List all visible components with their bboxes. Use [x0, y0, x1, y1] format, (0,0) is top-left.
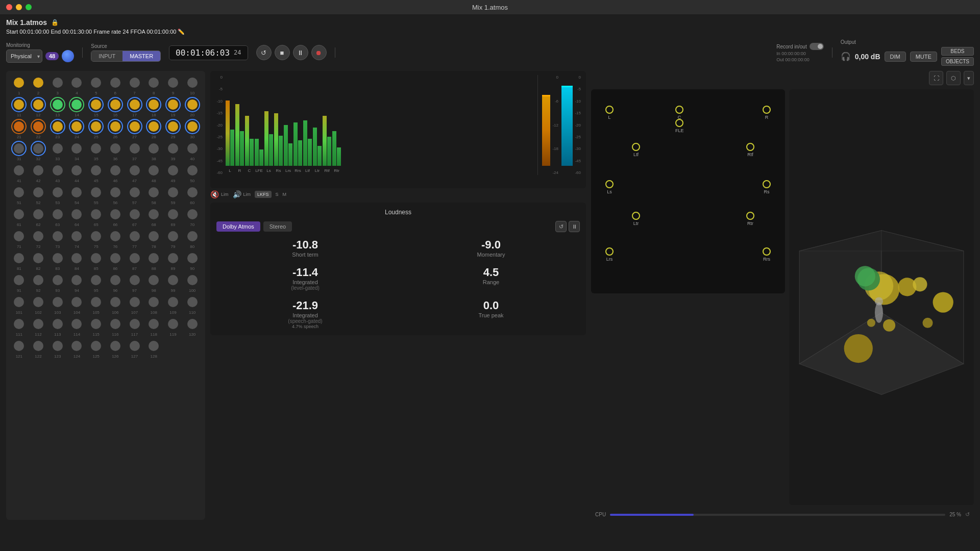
obj-dot-43[interactable] [50, 163, 65, 178]
obj-dot-35[interactable] [88, 141, 104, 156]
obj-dot-68[interactable] [146, 207, 161, 222]
obj-dot-124[interactable] [69, 338, 84, 354]
obj-dot-99[interactable] [165, 272, 181, 288]
obj-dot-49[interactable] [165, 163, 181, 178]
lim-button-2[interactable]: 🔊 Lim [233, 190, 251, 198]
pan-point-L[interactable]: L [605, 106, 614, 120]
obj-dot-20[interactable] [185, 97, 200, 112]
obj-dot-69[interactable] [165, 207, 181, 222]
dropdown-arrow-icon[interactable]: ▾ [964, 71, 974, 85]
objects-button[interactable]: OBJECTS [941, 57, 974, 66]
obj-dot-24[interactable] [69, 119, 84, 134]
obj-dot-112[interactable] [31, 316, 46, 332]
obj-dot-23[interactable] [50, 119, 65, 134]
pan-point-Ltf[interactable]: Ltf [632, 143, 640, 157]
m-button[interactable]: M [283, 192, 287, 197]
obj-dot-54[interactable] [69, 185, 84, 200]
obj-dot-78[interactable] [146, 229, 161, 244]
obj-dot-85[interactable] [88, 251, 104, 266]
obj-dot-79[interactable] [165, 229, 181, 244]
stop-button[interactable]: ■ [275, 45, 290, 60]
pan-point-Ls[interactable]: Ls [605, 180, 614, 194]
obj-dot-64[interactable] [69, 207, 84, 222]
obj-dot-18[interactable] [146, 97, 161, 112]
obj-dot-25[interactable] [88, 119, 104, 134]
obj-dot-97[interactable] [127, 272, 142, 288]
obj-dot-51[interactable] [11, 185, 27, 200]
obj-dot-66[interactable] [108, 207, 123, 222]
obj-dot-98[interactable] [146, 272, 161, 288]
obj-dot-118[interactable] [146, 316, 161, 332]
obj-dot-50[interactable] [185, 163, 200, 178]
pan-point-Rtr[interactable]: Rtr [746, 212, 754, 226]
obj-dot-6[interactable] [108, 75, 123, 90]
obj-dot-107[interactable] [127, 294, 142, 310]
obj-dot-55[interactable] [88, 185, 104, 200]
obj-dot-76[interactable] [108, 229, 123, 244]
obj-dot-60[interactable] [185, 185, 200, 200]
obj-dot-7[interactable] [127, 75, 142, 90]
monitoring-dropdown[interactable]: Physical [6, 49, 42, 63]
monitoring-circle-button[interactable] [62, 50, 74, 62]
view-mode-icon[interactable]: ⬡ [946, 71, 961, 85]
lim-button-1[interactable]: 🔇 Lim [210, 190, 229, 198]
obj-dot-4[interactable] [69, 75, 84, 90]
mute-button[interactable]: MUTE [910, 52, 937, 62]
obj-dot-32[interactable] [31, 141, 46, 156]
obj-dot-95[interactable] [88, 272, 104, 288]
obj-dot-121[interactable] [11, 338, 27, 354]
maximize-button[interactable] [26, 4, 32, 10]
obj-dot-128[interactable] [146, 338, 161, 354]
loudness-pause-icon[interactable]: ⏸ [569, 221, 580, 232]
obj-dot-36[interactable] [108, 141, 123, 156]
obj-dot-102[interactable] [31, 294, 46, 310]
stereo-tab[interactable]: Stereo [263, 221, 292, 232]
obj-dot-72[interactable] [31, 229, 46, 244]
close-button[interactable] [6, 4, 12, 10]
obj-dot-8[interactable] [146, 75, 161, 90]
obj-dot-126[interactable] [108, 338, 123, 354]
loudness-refresh-icon[interactable]: ↺ [555, 221, 567, 232]
obj-dot-12[interactable] [31, 97, 46, 112]
obj-dot-82[interactable] [31, 251, 46, 266]
beds-button[interactable]: BEDS [941, 47, 974, 56]
obj-dot-113[interactable] [50, 316, 65, 332]
obj-dot-41[interactable] [11, 163, 27, 178]
obj-dot-93[interactable] [50, 272, 65, 288]
obj-dot-10[interactable] [185, 75, 200, 90]
obj-dot-109[interactable] [165, 294, 181, 310]
pan-point-Ltr[interactable]: Ltr [632, 212, 640, 226]
obj-dot-53[interactable] [50, 185, 65, 200]
obj-dot-15[interactable] [88, 97, 104, 112]
obj-dot-61[interactable] [11, 207, 27, 222]
obj-dot-42[interactable] [31, 163, 46, 178]
obj-dot-14[interactable] [69, 97, 84, 112]
obj-dot-125[interactable] [88, 338, 104, 354]
obj-dot-115[interactable] [88, 316, 104, 332]
obj-dot-45[interactable] [88, 163, 104, 178]
obj-dot-3[interactable] [50, 75, 65, 90]
obj-dot-77[interactable] [127, 229, 142, 244]
record-button[interactable]: ⏺ [311, 45, 327, 60]
fullscreen-icon[interactable]: ⛶ [929, 71, 943, 85]
obj-dot-5[interactable] [88, 75, 104, 90]
obj-dot-1[interactable] [11, 75, 27, 90]
obj-dot-71[interactable] [11, 229, 27, 244]
obj-dot-74[interactable] [69, 229, 84, 244]
pan-point-FLE[interactable]: FLE [675, 119, 684, 133]
obj-dot-40[interactable] [185, 141, 200, 156]
obj-dot-106[interactable] [108, 294, 123, 310]
obj-dot-70[interactable] [185, 207, 200, 222]
obj-dot-22[interactable] [31, 119, 46, 134]
obj-dot-19[interactable] [165, 97, 181, 112]
obj-dot-39[interactable] [165, 141, 181, 156]
obj-dot-114[interactable] [69, 316, 84, 332]
pan-point-Rtf[interactable]: Rtf [746, 143, 754, 157]
obj-dot-16[interactable] [108, 97, 123, 112]
obj-dot-119[interactable] [165, 316, 181, 332]
obj-dot-110[interactable] [185, 294, 200, 310]
obj-dot-56[interactable] [108, 185, 123, 200]
obj-dot-111[interactable] [11, 316, 27, 332]
minimize-button[interactable] [16, 4, 22, 10]
obj-dot-48[interactable] [146, 163, 161, 178]
